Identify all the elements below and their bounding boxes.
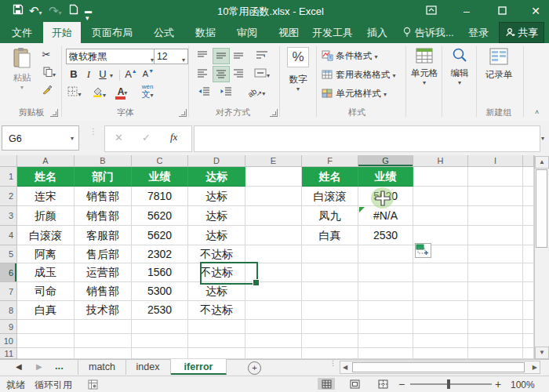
zoom-out-button[interactable]: − [398, 378, 405, 390]
number-format-button[interactable]: % 数字 ▾ [282, 47, 314, 93]
cell[interactable] [302, 301, 358, 320]
row-header[interactable]: 10 [0, 334, 17, 348]
cell[interactable] [245, 167, 302, 187]
row-header[interactable]: 6 [0, 263, 17, 282]
cell[interactable] [17, 320, 75, 334]
underline-dropdown-icon[interactable]: ▾ [110, 72, 113, 79]
tab-page-layout[interactable]: 页面布局 [84, 22, 140, 43]
alignment-dialog-launcher[interactable] [270, 109, 278, 117]
cell[interactable] [413, 167, 468, 187]
font-dialog-launcher[interactable] [179, 109, 187, 117]
merge-center-button[interactable]: ▾ [251, 66, 273, 81]
cell[interactable]: 1560 [132, 263, 188, 282]
cell[interactable] [523, 282, 534, 301]
cell[interactable]: 不达标 [188, 301, 245, 320]
cell[interactable] [523, 187, 534, 206]
zoom-in-button[interactable]: + [495, 378, 501, 390]
cell[interactable] [245, 334, 302, 348]
cell[interactable]: 销售部 [75, 282, 132, 301]
cell[interactable]: 折颜 [17, 206, 75, 226]
borders-button[interactable]: ▾ [67, 86, 82, 99]
cell[interactable] [523, 167, 534, 187]
cell[interactable] [468, 282, 523, 301]
align-right-button[interactable] [231, 66, 246, 81]
selected-cell-outline[interactable] [200, 262, 258, 285]
cell[interactable] [358, 282, 413, 301]
orientation-button[interactable]: ab↗▾ [245, 84, 268, 99]
cell[interactable] [75, 348, 132, 359]
hscroll-left-arrow[interactable]: ◀ [343, 364, 347, 371]
cell[interactable] [413, 334, 468, 348]
sheet-tab-index[interactable]: index [125, 359, 171, 375]
decrease-indent-button[interactable] [195, 84, 213, 99]
cell[interactable] [132, 334, 188, 348]
page-break-view-button[interactable] [374, 378, 391, 390]
cell-styles-button[interactable]: 单元格样式 ▾ [322, 88, 387, 100]
record-form-button[interactable]: 记录单 [479, 47, 518, 81]
select-all-corner[interactable] [0, 155, 17, 167]
cell[interactable] [302, 320, 358, 334]
cell[interactable] [188, 348, 245, 359]
column-header[interactable]: I [468, 155, 523, 167]
zoom-level[interactable]: 100% [511, 379, 535, 390]
minimize-button[interactable]: – [455, 3, 478, 19]
row-header[interactable]: 8 [0, 301, 17, 320]
undo-button[interactable]: ↶▾ [29, 4, 42, 18]
fill-options-button[interactable] [415, 243, 431, 258]
cell[interactable] [245, 187, 302, 206]
sheet-nav-left[interactable]: ◀ [16, 362, 22, 371]
column-header[interactable]: A [17, 155, 75, 167]
format-painter-button[interactable] [38, 84, 55, 97]
cell[interactable]: 白真 [302, 226, 358, 245]
cell[interactable] [468, 348, 523, 359]
cell[interactable]: 姓名 [302, 167, 358, 187]
scroll-down-arrow[interactable]: ▼ [535, 347, 549, 359]
cell[interactable] [523, 245, 534, 263]
bold-button[interactable]: B [67, 68, 80, 80]
phonetic-button[interactable]: wén 文▾ [138, 83, 157, 99]
horizontal-scroll-thumb[interactable] [352, 362, 525, 372]
cell[interactable] [523, 226, 534, 245]
cell[interactable]: 成玉 [17, 263, 75, 282]
cell[interactable] [523, 206, 534, 226]
grow-font-button[interactable]: A▲ [124, 68, 138, 80]
cell[interactable]: 达标 [188, 187, 245, 206]
cell[interactable] [358, 348, 413, 359]
cell[interactable] [302, 282, 358, 301]
cell[interactable]: 部门 [75, 167, 132, 187]
name-box[interactable]: G6▾ [2, 125, 79, 151]
editing-button[interactable]: 编辑 ▾ [444, 47, 475, 86]
cell[interactable] [188, 334, 245, 348]
cell[interactable]: 5620 [132, 206, 188, 226]
share-button[interactable]: 共享 [499, 22, 544, 43]
tab-formulas[interactable]: 公式 [146, 22, 182, 43]
cell[interactable] [302, 348, 358, 359]
cell[interactable] [468, 167, 523, 187]
conditional-formatting-button[interactable]: 条件格式 ▾ [322, 50, 377, 62]
cell[interactable] [358, 263, 413, 282]
circular-reference-status[interactable]: 循环引用 [35, 379, 72, 392]
row-header[interactable]: 2 [0, 187, 17, 206]
row-header[interactable]: 5 [0, 245, 17, 263]
align-top-button[interactable] [195, 48, 210, 63]
new-file-button[interactable] [69, 4, 78, 18]
sign-in-button[interactable]: 登录 [463, 22, 494, 43]
enter-icon[interactable]: ✓ [142, 132, 151, 143]
scroll-up-arrow[interactable]: ▲ [535, 156, 549, 169]
shrink-font-button[interactable]: A▼ [141, 68, 155, 78]
cell[interactable] [17, 348, 75, 359]
column-header[interactable]: G [358, 155, 413, 167]
cancel-icon[interactable]: ✕ [115, 132, 123, 143]
paste-button[interactable]: 粘贴 ▾ [8, 47, 36, 102]
align-middle-button[interactable] [213, 48, 230, 64]
close-button[interactable]: ✕ [524, 3, 547, 19]
cut-button[interactable]: ✂ [38, 49, 55, 60]
cell[interactable]: 售后部 [75, 245, 132, 263]
cell[interactable] [302, 263, 358, 282]
cell[interactable]: 销售部 [75, 187, 132, 206]
cell[interactable] [523, 334, 534, 348]
cell[interactable] [468, 187, 523, 206]
cells-button[interactable]: 单元格 ▾ [409, 47, 440, 86]
maximize-button[interactable] [490, 3, 514, 19]
save-button[interactable] [13, 4, 24, 18]
